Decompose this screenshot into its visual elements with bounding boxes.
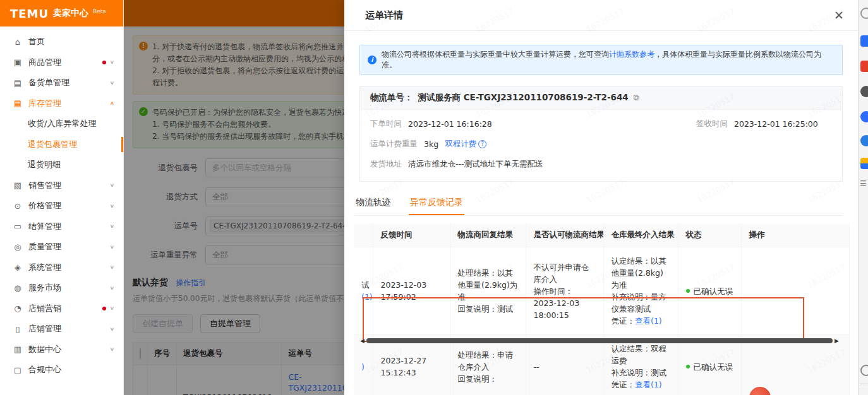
feedback-row-1: 试 (1) 2023-12-03 17:59:02 处理结果：以其他重量(2.9…: [354, 247, 850, 335]
close-icon[interactable]: ✕: [834, 9, 844, 21]
goods-icon: ▣: [13, 57, 23, 67]
chevron-up-icon: ∧: [110, 100, 114, 106]
data-center-icon: ▥: [13, 345, 23, 354]
billing-weight-label: 运单计费重量: [370, 139, 418, 150]
chevron-down-icon: ∨: [110, 203, 114, 209]
notification-dot: [102, 307, 106, 310]
freight-info-banner: i 物流公司将根据体积重量与实际重量中较大重量计算运费，您可查询计抛系数参考，具…: [359, 45, 843, 75]
extension-gear-icon[interactable]: [860, 135, 868, 146]
chevron-down-icon: ∨: [110, 346, 114, 352]
extension-funnel-icon[interactable]: [860, 158, 868, 169]
voucher-view-link[interactable]: 查看(1): [635, 380, 662, 389]
info-icon: i: [368, 56, 377, 64]
browser-profile-icon[interactable]: [860, 8, 868, 19]
order-time-value: 2023-12-01 16:16:28: [408, 119, 492, 129]
sidebar-menu: ⌂ 首页 ▣ 商品管理 ∨ ▤ 备货单管理 ∨ ▦ 库存管理 ∧ 收货/入库异常…: [0, 27, 123, 380]
coefficient-reference-link[interactable]: 计抛系数参考: [609, 50, 654, 59]
scrollbar-thumb[interactable]: [366, 338, 833, 343]
sidebar-item-sales[interactable]: ▧ 销售管理 ∨: [0, 175, 123, 196]
temu-logo: TEMU: [10, 7, 49, 20]
beta-badge: Beta: [93, 8, 106, 15]
billing-weight-value: 3kg: [424, 139, 438, 149]
detail-tabs: 物流轨迹 异常反馈记录: [354, 193, 843, 216]
browser-extension-strip: ☰: [858, 0, 868, 395]
extension-blue-icon[interactable]: [860, 35, 868, 47]
chevron-down-icon: ∨: [110, 182, 114, 188]
order-time-label: 下单时间: [370, 119, 402, 129]
chevron-down-icon: ∨: [110, 264, 114, 270]
service-market-icon: ◍: [13, 283, 23, 293]
feedback-table: 反馈时间 物流商回复结果 是否认可物流商结果 仓库最终介入结果 状态 操作 试 …: [354, 223, 850, 395]
clipped-view-link[interactable]: ): [361, 361, 365, 373]
chevron-down-icon: ∨: [110, 244, 114, 250]
compliance-icon: ▢: [13, 365, 23, 375]
chevron-down-icon: ∨: [110, 305, 114, 311]
feedback-table-wrap: 反馈时间 物流商回复结果 是否认可物流商结果 仓库最终介入结果 状态 操作 试 …: [354, 223, 850, 395]
drawer-title: 运单详情: [365, 9, 403, 21]
drawer-header: 运单详情 ✕: [344, 0, 858, 31]
scroll-left-icon[interactable]: ◀: [360, 338, 365, 344]
clipped-view-link[interactable]: (1): [361, 291, 365, 303]
waybill-info-card: 物流单号： 测试服务商 CE-TGXJ23120110708619-2-T2-6…: [359, 86, 843, 182]
sidebar-item-shop-management[interactable]: ▯ 店铺管理 ∨: [0, 319, 123, 339]
ship-address-value: 清远市维龙仓---测试地址下单无需配送: [408, 159, 543, 170]
green-dot-icon: [686, 289, 690, 293]
price-icon: ⊙: [13, 201, 23, 211]
sales-icon: ▧: [13, 180, 23, 190]
sidebar-item-system[interactable]: ◈ 系统管理 ∨: [0, 257, 123, 278]
extension-red-icon[interactable]: [860, 61, 868, 72]
sidebar-item-stock-orders[interactable]: ▤ 备货单管理 ∨: [0, 73, 123, 93]
chevron-down-icon: ∨: [110, 59, 114, 65]
extension-list-icon[interactable]: ☰: [860, 179, 867, 188]
sidebar-item-price[interactable]: ⊙ 价格管理 ∨: [0, 196, 123, 216]
sidebar-item-return-detail[interactable]: 退货明细: [0, 155, 123, 175]
extension-person-icon[interactable]: [860, 86, 868, 97]
sidebar-item-quality[interactable]: ◎ 质量管理 ∨: [0, 237, 123, 257]
chevron-down-icon: ∨: [110, 80, 114, 86]
sign-time-label: 签收时间: [696, 119, 728, 129]
settlement-icon: ▭: [13, 221, 23, 231]
inventory-icon: ▦: [13, 98, 23, 108]
sidebar-item-compliance[interactable]: ▢ 合规中心: [0, 360, 123, 380]
status-badge: 已确认无误: [686, 285, 733, 297]
home-icon: ⌂: [13, 37, 23, 47]
copy-icon[interactable]: ⧉: [634, 93, 639, 103]
stock-order-icon: ▤: [13, 78, 23, 88]
question-circle-icon[interactable]: ?: [478, 140, 486, 148]
sidebar: TEMU 卖家中心 Beta ⌂ 首页 ▣ 商品管理 ∨ ▤ 备货单管理 ∨ ▦…: [0, 0, 124, 395]
sidebar-item-return-package[interactable]: 退货包裹管理: [0, 134, 123, 155]
sidebar-item-data-center[interactable]: ▥ 数据中心 ∨: [0, 339, 123, 360]
chevron-down-icon: ∨: [110, 223, 114, 229]
sign-time-value: 2023-12-01 16:25:00: [734, 119, 818, 129]
extension-circle-blue-icon[interactable]: [860, 111, 868, 122]
round-trip-billing-link[interactable]: 双程计费: [445, 139, 476, 150]
sidebar-item-settlement[interactable]: ▭ 结算管理 ∨: [0, 216, 123, 237]
quality-icon: ◎: [13, 242, 23, 252]
sidebar-item-inventory[interactable]: ▦ 库存管理 ∧: [0, 93, 123, 114]
waybill-detail-drawer: 1622051716220517162205171622051716220517…: [344, 0, 858, 395]
marketing-icon: ◔: [13, 304, 23, 313]
sidebar-item-home[interactable]: ⌂ 首页: [0, 32, 123, 52]
tab-abnormal-feedback[interactable]: 异常反馈记录: [409, 193, 464, 215]
chevron-down-icon: ∨: [110, 326, 114, 332]
system-icon: ◈: [13, 262, 23, 272]
chevron-down-icon: ∨: [110, 285, 114, 291]
logistics-no-label: 物流单号：: [370, 92, 413, 103]
sidebar-header: TEMU 卖家中心 Beta: [0, 0, 123, 27]
sidebar-item-receiving-abnormal[interactable]: 收货/入库异常处理: [0, 114, 123, 134]
headset-icon[interactable]: [860, 365, 868, 376]
table-horizontal-scrollbar[interactable]: ◀ ▶: [360, 338, 839, 344]
sidebar-item-service-market[interactable]: ◍ 服务市场 ∨: [0, 278, 123, 298]
ship-address-label: 发货地址: [370, 159, 402, 170]
sidebar-item-shop-marketing[interactable]: ◔ 店铺营销 ∨: [0, 298, 123, 319]
green-dot-icon: [686, 365, 690, 368]
notification-dot: [102, 61, 106, 64]
voucher-view-link[interactable]: 查看(1): [635, 316, 662, 326]
seller-center-title: 卖家中心: [53, 8, 88, 19]
strip-divider: [860, 384, 868, 384]
sidebar-item-goods[interactable]: ▣ 商品管理 ∨: [0, 52, 123, 73]
tab-logistics-track[interactable]: 物流轨迹: [354, 193, 392, 215]
scroll-right-icon[interactable]: ▶: [835, 338, 839, 344]
shop-icon: ▯: [13, 324, 23, 334]
status-badge: 已确认无误: [686, 361, 733, 373]
